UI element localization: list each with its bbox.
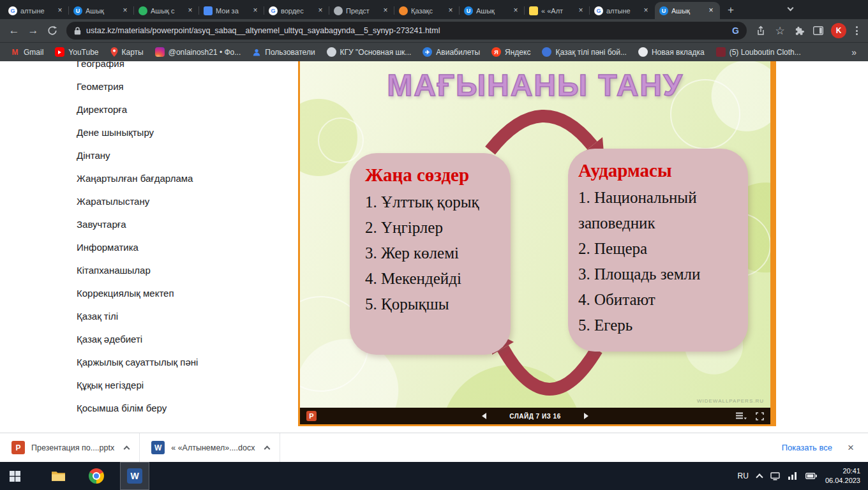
ustaz-favicon: U — [73, 6, 82, 15]
extensions-button[interactable] — [790, 22, 808, 40]
sidebar-item-kazak-tili[interactable]: Қазақ тілі — [0, 305, 294, 328]
close-icon[interactable]: × — [446, 6, 455, 15]
sidebar-item-geografiya[interactable]: География — [0, 61, 294, 75]
bookmark-avia[interactable]: ✈ Авиабилеты — [417, 45, 485, 59]
reload-icon — [47, 26, 57, 36]
sidebar-item-geometriya[interactable]: Геометрия — [0, 75, 294, 98]
file-explorer-button[interactable] — [43, 462, 73, 490]
site-favicon — [399, 6, 408, 15]
sidebar-item-karzhylyk-sauattylyk[interactable]: Қаржылық сауаттылық пәні — [0, 351, 294, 374]
browser-tab[interactable]: G алтыне × — [4, 2, 69, 19]
bookmark-maps[interactable]: Карты — [105, 45, 149, 59]
tab-search-button[interactable] — [783, 2, 797, 16]
download-item-docx[interactable]: W « «Алтынемел»....docx — [140, 433, 280, 462]
browser-tab[interactable]: U Ашық × — [69, 2, 134, 19]
bookmark-louboutin[interactable]: (5) Louboutin Cloth... — [711, 45, 806, 59]
sidebar-item-dene-shynyktyru[interactable]: Дене шынықтыру — [0, 121, 294, 144]
taskbar-clock[interactable]: 20:41 06.04.2023 — [825, 466, 860, 486]
battery-tray-icon[interactable] — [805, 473, 817, 479]
browser-tab[interactable]: U Ашық × — [460, 2, 525, 19]
sidebar-item-kazak-adebieti[interactable]: Қазақ әдебиеті — [0, 328, 294, 351]
browser-tab-active[interactable]: U Ашық × — [655, 2, 720, 19]
chevron-up-icon[interactable] — [124, 445, 130, 452]
browser-menu-button[interactable] — [850, 22, 863, 40]
start-button[interactable] — [0, 462, 29, 490]
chrome-button[interactable] — [82, 462, 111, 490]
bookmark-label: Карты — [122, 48, 144, 57]
sidebar-item-kitaphanashylar[interactable]: Кітапханашылар — [0, 259, 294, 282]
sidebar-item-kukyk-negizderi[interactable]: Құқық негіздері — [0, 374, 294, 397]
google-g-icon[interactable]: G — [732, 26, 739, 36]
language-indicator[interactable]: RU — [738, 471, 749, 480]
bookmark-users[interactable]: Пользователи — [247, 46, 320, 59]
close-icon[interactable]: × — [316, 6, 325, 15]
sidebar-item-zharatylystanu[interactable]: Жаратылыстану — [0, 190, 294, 213]
display-tray-icon[interactable] — [770, 472, 780, 480]
ustaz-favicon: U — [464, 6, 473, 15]
url-text[interactable]: ustaz.kz/materials/powerpoint/asyq_sabaq… — [86, 26, 727, 35]
bookmarks-overflow-button[interactable]: » — [845, 47, 863, 57]
close-icon[interactable]: × — [641, 6, 650, 15]
close-icon[interactable]: × — [251, 6, 260, 15]
right-box-heading: Аудармасы — [568, 149, 748, 185]
bookmark-gmail[interactable]: M Gmail — [5, 45, 49, 59]
bookmark-kgu[interactable]: КГУ "Основная шк... — [322, 45, 417, 59]
reload-button[interactable] — [43, 22, 61, 40]
profile-avatar[interactable]: K — [831, 23, 846, 38]
close-downloads-bar-button[interactable]: × — [841, 442, 860, 454]
instagram-icon — [155, 47, 165, 57]
chevron-down-icon — [787, 5, 793, 11]
browser-tab[interactable]: « «Алт × — [525, 2, 590, 19]
browser-tab[interactable]: Қазақс × — [394, 2, 460, 19]
chevron-up-icon[interactable] — [264, 445, 271, 452]
close-icon[interactable]: × — [511, 6, 520, 15]
bookmark-instagram[interactable]: @onlainosh21 • Фо... — [150, 45, 246, 59]
next-slide-button[interactable] — [581, 411, 592, 421]
side-panel-button[interactable] — [809, 22, 827, 40]
yandex-icon: Я — [491, 47, 501, 57]
slide-list-button[interactable] — [736, 411, 747, 421]
network-tray-icon[interactable] — [788, 472, 797, 480]
close-icon[interactable]: × — [576, 6, 585, 15]
browser-tab[interactable]: Предст × — [329, 2, 394, 19]
share-button[interactable] — [752, 22, 770, 40]
download-item-pptx[interactable]: P Презентация по....pptx — [0, 433, 140, 462]
bookmark-yandex[interactable]: Я Яндекс — [486, 45, 535, 59]
browser-toolbar: ← → ustaz.kz/materials/powerpoint/asyq_s… — [0, 19, 868, 42]
viewer-control-bar: P СЛАЙД 7 ИЗ 16 — [300, 408, 770, 424]
bookmark-star-button[interactable]: ☆ — [771, 22, 789, 40]
sidebar-item-zhanartylgan-bagdarlama[interactable]: Жаңартылған бағдарлама — [0, 167, 294, 190]
close-icon[interactable]: × — [56, 6, 64, 15]
close-icon[interactable]: × — [381, 6, 390, 15]
bookmark-kazak-tili[interactable]: Қазақ тілі пәні бой... — [537, 45, 632, 59]
new-tab-button[interactable]: + — [722, 2, 739, 19]
sidebar-item-informatika[interactable]: Информатика — [0, 236, 294, 259]
close-icon[interactable]: × — [121, 6, 130, 15]
sidebar-item-zavuchtarga[interactable]: Завучтарға — [0, 213, 294, 236]
bookmark-label: Яндекс — [505, 48, 530, 57]
browser-tab[interactable]: Мои за × — [199, 2, 264, 19]
bookmark-new-tab[interactable]: Новая вкладка — [633, 45, 710, 59]
back-button[interactable]: ← — [5, 22, 23, 40]
show-all-downloads-button[interactable]: Показать все — [773, 438, 841, 457]
forward-button[interactable]: → — [24, 22, 42, 40]
sidebar-item-direktorga[interactable]: Директорға — [0, 98, 294, 121]
word-button[interactable]: W — [120, 462, 149, 490]
close-icon[interactable]: × — [707, 6, 715, 15]
browser-tab[interactable]: G алтыне × — [590, 2, 655, 19]
bookmark-youtube[interactable]: YouTube — [50, 45, 103, 59]
hidden-icons-chevron[interactable] — [756, 473, 763, 480]
sidebar-item-korrekciyalyk-mektep[interactable]: Коррекциялық мектеп — [0, 282, 294, 305]
tab-label: « «Алт — [541, 7, 573, 15]
browser-tab[interactable]: Ашық с × — [134, 2, 199, 19]
sidebar-item-dintanu[interactable]: Дінтану — [0, 144, 294, 167]
subjects-sidebar: География Геометрия Директорға Дене шыны… — [0, 61, 294, 420]
bookmark-label: @onlainosh21 • Фо... — [168, 48, 241, 57]
browser-tab[interactable]: G вордес × — [264, 2, 329, 19]
translation-box: Аудармасы 1. Национальный заповедник 2. … — [568, 149, 748, 352]
sidebar-item-kosymsha-bilim-beru[interactable]: Қосымша білім беру — [0, 397, 294, 420]
fullscreen-button[interactable] — [756, 411, 764, 421]
close-icon[interactable]: × — [186, 6, 195, 15]
address-bar[interactable]: ustaz.kz/materials/powerpoint/asyq_sabaq… — [66, 22, 747, 40]
previous-slide-button[interactable] — [479, 411, 489, 421]
